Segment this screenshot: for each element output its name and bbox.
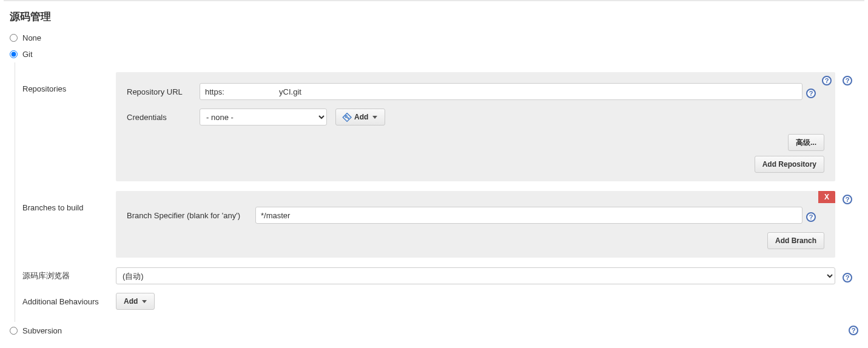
branch-specifier-label: Branch Specifier (blank for 'any') <box>127 211 252 220</box>
scm-radio-none[interactable] <box>10 34 18 42</box>
browser-label: 源码库浏览器 <box>16 270 109 281</box>
help-icon[interactable]: ? <box>843 76 852 85</box>
credentials-select[interactable]: - none - <box>200 109 327 125</box>
branches-label: Branches to build <box>16 191 109 212</box>
scm-radio-git[interactable] <box>10 50 18 58</box>
help-icon[interactable]: ? <box>822 76 832 85</box>
add-behaviour-button[interactable]: Add <box>116 293 155 310</box>
branches-panel: X Branch Specifier (blank for 'any') ? A… <box>116 191 835 258</box>
behaviours-label: Additional Behaviours <box>16 297 109 306</box>
repositories-panel: ? Repository URL ? Credentials - none - <box>116 72 835 181</box>
scm-option-none[interactable]: None <box>4 30 864 46</box>
help-icon[interactable]: ? <box>843 195 852 204</box>
help-icon[interactable]: ? <box>849 326 858 335</box>
help-icon[interactable]: ? <box>806 212 816 222</box>
add-credentials-button[interactable]: ⚿ Add <box>335 109 385 125</box>
chevron-down-icon <box>372 116 377 119</box>
scm-label-subversion: Subversion <box>22 326 62 335</box>
help-icon[interactable]: ? <box>806 89 816 98</box>
add-branch-button[interactable]: Add Branch <box>767 232 824 249</box>
delete-branch-button[interactable]: X <box>818 191 835 203</box>
repo-url-input[interactable] <box>200 83 802 100</box>
add-credentials-label: Add <box>354 113 368 121</box>
credentials-label: Credentials <box>127 113 196 122</box>
key-icon: ⚿ <box>341 111 354 123</box>
scm-option-subversion[interactable]: Subversion <box>10 326 62 335</box>
help-icon[interactable]: ? <box>843 273 852 283</box>
section-title: 源码管理 <box>4 1 864 30</box>
browser-select[interactable]: (自动) <box>116 267 835 284</box>
scm-label-git: Git <box>22 50 33 59</box>
chevron-down-icon <box>142 300 147 303</box>
branch-specifier-input[interactable] <box>255 207 802 224</box>
add-repository-button[interactable]: Add Repository <box>755 156 824 173</box>
scm-radio-subversion[interactable] <box>10 327 18 335</box>
repositories-label: Repositories <box>16 72 109 93</box>
add-behaviour-label: Add <box>124 297 138 306</box>
repo-url-label: Repository URL <box>127 87 196 96</box>
scm-label-none: None <box>22 33 41 42</box>
advanced-button[interactable]: 高级... <box>788 134 824 151</box>
scm-option-git[interactable]: Git <box>4 46 864 62</box>
